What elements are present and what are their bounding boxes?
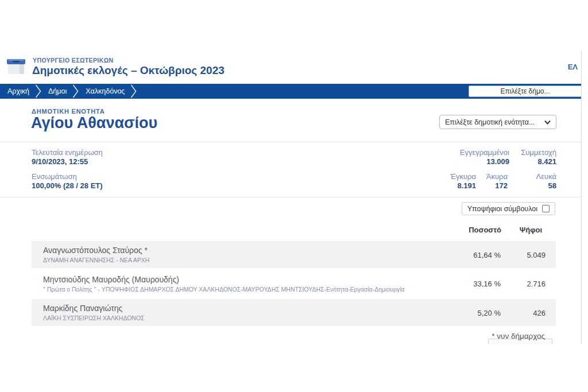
candidate-row: Μαρκίδης Παναγιώτης ΛΑΪΚΗ ΣΥΣΠΕΙΡΩΣΗ ΧΑΛ… — [32, 299, 556, 326]
candidate-row: Μηντσιούδης Μαυροδής (Μαυρουδής) " Πρώτα… — [32, 269, 556, 298]
browser-viewport: ΥΠΟΥΡΓΕΙΟ ΕΣΩΤΕΡΙΚΩΝ Δημοτικές εκλογές –… — [0, 0, 588, 392]
candidate-percent: 5,20 % — [478, 308, 501, 317]
candidate-percent: 33,16 % — [473, 280, 501, 288]
councillors-toggle-button[interactable]: Υποψήφιοι σύμβουλοι — [462, 202, 555, 215]
language-toggle[interactable]: ΕΛ — [568, 63, 578, 71]
divider — [0, 197, 582, 197]
candidate-percent: 61,64 % — [473, 250, 501, 259]
last-update-value: 9/10/2023, 12:55 — [32, 157, 88, 166]
unit-select-placeholder: Επιλέξτε δημοτική ενότητα... — [445, 118, 544, 126]
registered-value: 13.009 — [486, 157, 509, 166]
chevron-right-icon — [35, 84, 41, 98]
chevron-right-icon — [130, 84, 137, 98]
municipality-select[interactable]: Επιλέξτε δήμο... — [469, 86, 582, 97]
municipal-unit-select[interactable]: Επιλέξτε δημοτική ενότητα... — [439, 115, 556, 129]
ministry-label: ΥΠΟΥΡΓΕΙΟ ΕΣΩΤΕΡΙΚΩΝ — [33, 57, 113, 64]
integration-label: Ενσωμάτωση — [32, 172, 77, 181]
candidate-votes: 426 — [533, 308, 546, 317]
turnout-label: Συμμετοχή — [521, 148, 556, 157]
ballot-box-icon — [6, 56, 26, 77]
turnout-value: 8.421 — [537, 157, 556, 166]
municipality-select-placeholder: Επιλέξτε δήμο... — [500, 87, 550, 95]
page-title: Αγίου Αθανασίου — [31, 114, 157, 132]
breadcrumb-item-chalkidonos[interactable]: Χαλκηδόνος — [86, 87, 125, 95]
councillors-checkbox[interactable] — [542, 205, 550, 212]
councillors-toggle-label: Υποψήφιοι σύμβουλοι — [467, 205, 537, 213]
invalid-value: 172 — [495, 181, 508, 190]
divider — [0, 142, 582, 142]
candidate-votes: 2.716 — [527, 280, 546, 288]
chevron-down-icon — [544, 118, 551, 126]
election-results-page: ΥΠΟΥΡΓΕΙΟ ΕΣΩΤΕΡΙΚΩΝ Δημοτικές εκλογές –… — [0, 51, 582, 344]
registered-label: Εγγεγραμμένοι — [460, 148, 509, 157]
column-header-percent: Ποσοστό — [469, 226, 501, 234]
breadcrumb-item-home[interactable]: Αρχική — [7, 87, 29, 95]
incumbent-footnote: * νυν δήμαρχος — [492, 332, 545, 340]
valid-label: Έγκυρα — [450, 172, 476, 181]
candidate-row: Αναγνωστόπουλος Σταύρος * ΔΥΝΑΜΗ ΑΝΑΓΕΝΝ… — [32, 241, 556, 268]
integration-value: 100,00% (28 / 28 ΕΤ) — [32, 181, 103, 190]
last-update-label: Τελευταία ενημέρωση — [32, 148, 103, 157]
valid-value: 8.191 — [457, 181, 476, 190]
blank-value: 58 — [548, 181, 556, 190]
breadcrumb-item-municipalities[interactable]: Δήμοι — [48, 87, 67, 95]
blank-label: Λευκά — [536, 172, 556, 181]
candidate-votes: 5.049 — [527, 250, 546, 259]
chevron-right-icon — [72, 84, 79, 98]
invalid-label: Άκυρα — [486, 172, 508, 181]
site-title: Δημοτικές εκλογές – Οκτώβριος 2023 — [32, 64, 225, 77]
column-header-votes: Ψήφοι — [520, 226, 542, 234]
